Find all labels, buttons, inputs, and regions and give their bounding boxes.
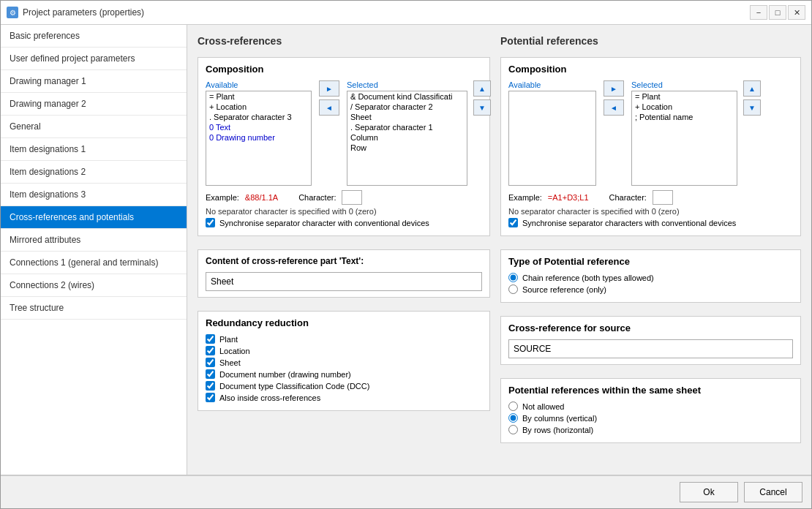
window-controls: − □ ✕ <box>750 5 805 20</box>
list-item[interactable]: ; Potential name <box>632 112 737 122</box>
cr-available-listbox[interactable]: = Plant + Location . Separator character… <box>206 91 312 186</box>
pr-source-section: Cross-reference for source <box>500 316 801 365</box>
cr-selected-listbox[interactable]: & Document kind Classificati / Separator… <box>347 91 467 186</box>
sidebar-item-item-designations-2[interactable]: Item designations 2 <box>1 161 187 184</box>
ok-button[interactable]: Ok <box>680 482 738 502</box>
list-item[interactable]: & Document kind Classificati <box>347 91 467 102</box>
sidebar-item-item-designations-3[interactable]: Item designations 3 <box>1 184 187 206</box>
pr-example-label: Example: <box>508 193 542 202</box>
cr-location-label: Location <box>219 347 250 355</box>
sidebar-item-item-designations-1[interactable]: Item designations 1 <box>1 138 187 161</box>
cr-move-left-button[interactable]: ◄ <box>319 99 339 116</box>
cr-reorder-buttons: ▲ ▼ <box>472 80 492 116</box>
pr-example-row: Example: =A1+D3;L1 Character: <box>508 190 793 205</box>
sidebar-item-tree-structure[interactable]: Tree structure <box>1 297 187 320</box>
sidebar-item-user-defined[interactable]: User defined project parameters <box>1 48 187 70</box>
pr-by-columns-label: By columns (vertical) <box>522 414 597 423</box>
list-item[interactable]: = Plant <box>632 91 737 102</box>
cr-example-value: &88/1.1A <box>245 193 278 202</box>
pr-example-value: =A1+D3;L1 <box>548 193 589 202</box>
cr-plant-checkbox[interactable] <box>206 334 215 344</box>
cr-move-right-button[interactable]: ► <box>319 80 339 97</box>
cr-example-row: Example: &88/1.1A Character: <box>206 190 482 205</box>
list-item[interactable]: + Location <box>206 102 311 112</box>
pr-listboxes: Available ► ◄ Selected = Plant <box>508 80 793 186</box>
pr-character-input[interactable] <box>653 190 673 205</box>
sidebar-item-drawing-manager-2[interactable]: Drawing manager 2 <box>1 93 187 116</box>
list-item[interactable]: Row <box>347 143 467 153</box>
list-item[interactable]: . Separator character 1 <box>347 122 467 132</box>
cr-doctype-checkbox[interactable] <box>206 381 215 391</box>
titlebar-left: ⚙ Project parameters (properties) <box>7 7 144 18</box>
cr-sync-checkbox[interactable] <box>206 218 215 227</box>
cr-listbox-wrapper: Available = Plant + Location . Separator… <box>206 80 482 186</box>
cr-docnum-checkbox[interactable] <box>206 369 215 379</box>
pr-note: No separator character is specified with… <box>508 207 793 216</box>
list-item[interactable]: / Separator character 2 <box>347 102 467 112</box>
cr-redundancy-doctype: Document type Classification Code (DCC) <box>206 381 482 391</box>
pr-available-group: Available <box>508 80 596 186</box>
list-item[interactable]: = Plant <box>206 91 311 102</box>
pr-move-up-button[interactable]: ▲ <box>743 80 761 97</box>
cr-inside-label: Also inside cross-references <box>219 393 320 402</box>
potential-references-title: Potential references <box>500 35 801 47</box>
list-item[interactable]: Sheet <box>347 112 467 122</box>
cr-example-label: Example: <box>206 193 239 202</box>
pr-not-allowed-row: Not allowed <box>508 401 793 411</box>
cr-inside-checkbox[interactable] <box>206 393 215 402</box>
pr-not-allowed-label: Not allowed <box>522 402 564 411</box>
main-window: ⚙ Project parameters (properties) − □ ✕ … <box>0 0 812 509</box>
main-content: Cross-references Composition Available =… <box>187 25 811 475</box>
cr-content-input[interactable] <box>206 272 482 291</box>
pr-by-columns-radio[interactable] <box>508 413 518 423</box>
cr-location-checkbox[interactable] <box>206 346 215 355</box>
close-button[interactable]: ✕ <box>788 5 805 20</box>
sidebar-item-drawing-manager-1[interactable]: Drawing manager 1 <box>1 70 187 93</box>
pr-same-sheet-section: Potential references within the same she… <box>500 378 801 443</box>
list-item[interactable]: 0 Drawing number <box>206 132 311 143</box>
cr-plant-label: Plant <box>219 335 238 344</box>
sidebar-item-connections-1[interactable]: Connections 1 (general and terminals) <box>1 252 187 274</box>
sidebar-item-general[interactable]: General <box>1 116 187 138</box>
list-item[interactable]: 0 Text <box>206 122 311 132</box>
pr-source-input[interactable] <box>508 339 793 358</box>
pr-type-chain-row: Chain reference (both types allowed) <box>508 273 793 282</box>
pr-sync-row: Synchronise separator characters with co… <box>508 218 793 227</box>
pr-type-title: Type of Potential reference <box>508 256 793 267</box>
pr-type-chain-radio[interactable] <box>508 273 518 282</box>
cr-move-up-button[interactable]: ▲ <box>473 80 491 97</box>
pr-type-source-label: Source reference (only) <box>522 285 606 294</box>
cr-content-section: Content of cross-reference part 'Text': <box>198 249 490 298</box>
cancel-button[interactable]: Cancel <box>744 482 802 502</box>
pr-not-allowed-radio[interactable] <box>508 401 518 411</box>
sidebar-item-connections-2[interactable]: Connections 2 (wires) <box>1 274 187 297</box>
sidebar-item-basic-preferences[interactable]: Basic preferences <box>1 25 187 48</box>
pr-available-listbox[interactable] <box>508 91 596 186</box>
cr-available-group: Available = Plant + Location . Separator… <box>206 80 312 186</box>
cr-character-input[interactable] <box>342 190 362 205</box>
maximize-button[interactable]: □ <box>769 5 786 20</box>
pr-source-title: Cross-reference for source <box>508 323 793 333</box>
list-item[interactable]: + Location <box>632 102 737 112</box>
cr-sheet-checkbox[interactable] <box>206 358 215 367</box>
cross-references-panel: Cross-references Composition Available =… <box>198 35 490 464</box>
sidebar-item-mirrored-attributes[interactable]: Mirrored attributes <box>1 229 187 252</box>
pr-type-source-radio[interactable] <box>508 284 518 294</box>
cr-doctype-label: Document type Classification Code (DCC) <box>219 382 369 391</box>
sidebar-item-cross-references[interactable]: Cross-references and potentials <box>1 206 187 229</box>
pr-move-down-button[interactable]: ▼ <box>743 99 761 116</box>
cr-redundancy-sheet: Sheet <box>206 358 482 367</box>
cr-redundancy-inside: Also inside cross-references <box>206 393 482 402</box>
cr-selected-label: Selected <box>347 80 467 89</box>
pr-selected-listbox[interactable]: = Plant + Location ; Potential name <box>631 91 737 186</box>
cr-sheet-label: Sheet <box>219 358 241 367</box>
list-item[interactable]: Column <box>347 132 467 143</box>
cr-move-down-button[interactable]: ▼ <box>473 99 491 116</box>
minimize-button[interactable]: − <box>750 5 767 20</box>
pr-move-left-button[interactable]: ◄ <box>604 99 624 116</box>
pr-sync-checkbox[interactable] <box>508 218 518 227</box>
cr-docnum-label: Document number (drawing number) <box>219 370 351 379</box>
pr-move-right-button[interactable]: ► <box>604 80 624 97</box>
list-item[interactable]: . Separator character 3 <box>206 112 311 122</box>
pr-by-rows-radio[interactable] <box>508 425 518 434</box>
